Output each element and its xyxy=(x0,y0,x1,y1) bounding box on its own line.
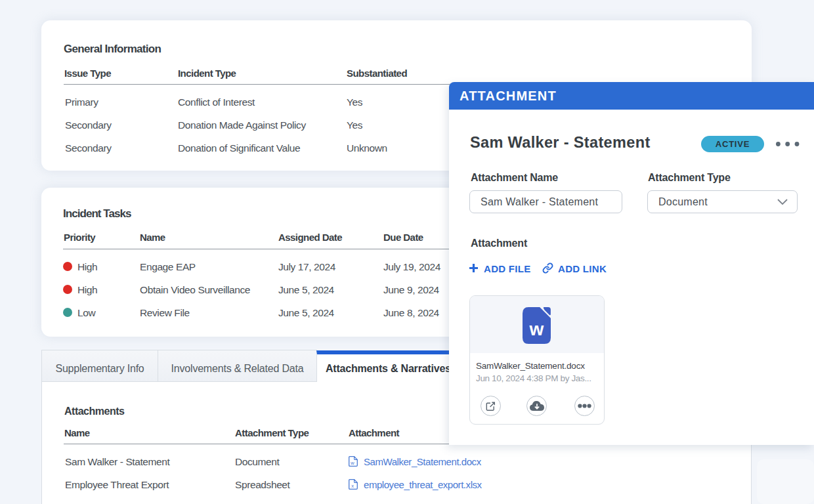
svg-text:x: x xyxy=(351,483,354,489)
svg-text:w: w xyxy=(350,460,354,466)
svg-text:w: w xyxy=(529,319,544,339)
